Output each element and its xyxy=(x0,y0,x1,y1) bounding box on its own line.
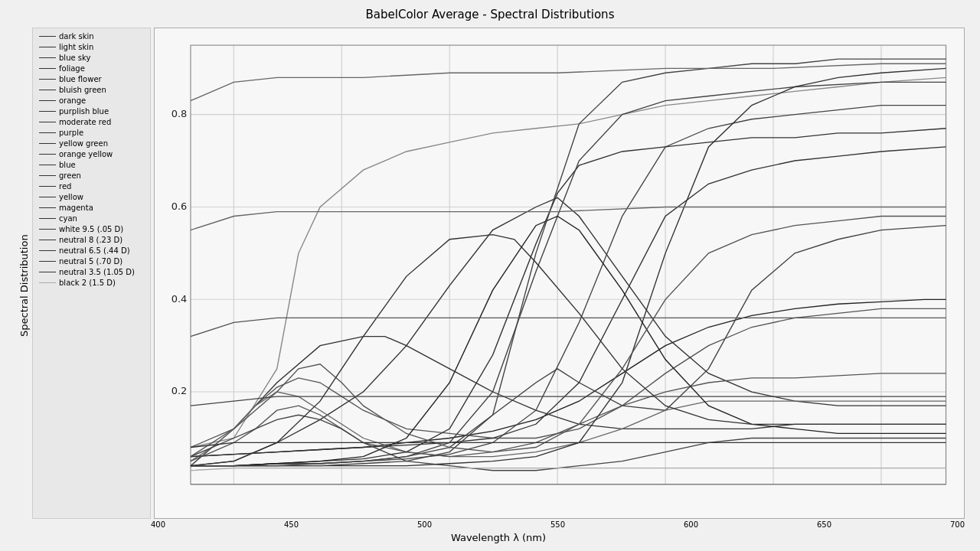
chart-container: BabelColor Average - Spectral Distributi… xyxy=(0,0,980,551)
legend-item: blue sky xyxy=(39,53,144,63)
x-tick-label: 700 xyxy=(950,520,965,529)
legend-label: cyan xyxy=(59,214,77,223)
x-tick-label: 550 xyxy=(550,520,565,529)
x-tick-label: 450 xyxy=(284,520,299,529)
svg-text:0.8: 0.8 xyxy=(172,108,188,119)
x-axis-area: 400450500550600650700 Wavelength λ (nm) xyxy=(32,519,965,543)
legend-label: yellow xyxy=(59,192,83,202)
legend-line-icon xyxy=(39,68,56,70)
legend-item: blue xyxy=(39,160,144,170)
legend-label: green xyxy=(59,171,81,181)
legend-line-icon xyxy=(39,282,56,284)
legend-label: purple xyxy=(59,128,83,138)
legend-label: light skin xyxy=(59,42,93,52)
chart-area: dark skinlight skinblue skyfoliageblue f… xyxy=(32,28,965,543)
legend-item: blue flower xyxy=(39,74,144,84)
svg-text:0.2: 0.2 xyxy=(172,386,188,397)
legend-label: white 9.5 (.05 D) xyxy=(59,224,123,234)
legend-line-icon xyxy=(39,186,56,187)
legend-label: yellow green xyxy=(59,139,108,148)
legend-item: black 2 (1.5 D) xyxy=(39,278,144,288)
svg-text:0.4: 0.4 xyxy=(172,293,188,305)
legend-item: bluish green xyxy=(39,85,144,95)
legend-line-icon xyxy=(39,132,56,134)
legend-item: yellow xyxy=(39,192,144,202)
legend-line-icon xyxy=(39,240,56,241)
legend: dark skinlight skinblue skyfoliageblue f… xyxy=(32,28,151,519)
legend-label: foliage xyxy=(59,64,85,73)
legend-item: white 9.5 (.05 D) xyxy=(39,224,144,234)
legend-label: blue flower xyxy=(59,74,102,84)
x-tick-label: 500 xyxy=(417,520,432,529)
y-axis-label: Spectral Distribution xyxy=(15,28,32,543)
legend-line-icon xyxy=(39,229,56,230)
legend-line-icon xyxy=(39,250,56,252)
legend-line-icon xyxy=(39,272,56,273)
legend-line-icon xyxy=(39,197,56,198)
legend-line-icon xyxy=(39,100,56,102)
legend-line-icon xyxy=(39,111,56,112)
legend-label: purplish blue xyxy=(59,106,109,116)
legend-label: black 2 (1.5 D) xyxy=(59,278,116,288)
svg-text:0.6: 0.6 xyxy=(172,201,188,212)
legend-line-icon xyxy=(39,207,56,209)
chart-body: Spectral Distribution dark skinlight ski… xyxy=(15,28,965,543)
legend-label: blue xyxy=(59,160,76,170)
legend-line-icon xyxy=(39,218,56,220)
spectral-chart: 0.20.40.60.8 xyxy=(155,28,964,518)
legend-label: red xyxy=(59,181,71,191)
legend-line-icon xyxy=(39,143,56,145)
legend-label: blue sky xyxy=(59,53,90,63)
legend-item: neutral 5 (.70 D) xyxy=(39,256,144,266)
legend-label: orange yellow xyxy=(59,149,113,159)
legend-line-icon xyxy=(39,90,56,91)
legend-line-icon xyxy=(39,175,56,177)
legend-item: neutral 3.5 (1.05 D) xyxy=(39,267,144,277)
x-ticks: 400450500550600650700 xyxy=(32,519,965,529)
legend-label: moderate red xyxy=(59,117,111,127)
legend-label: bluish green xyxy=(59,85,106,95)
legend-item: light skin xyxy=(39,42,144,52)
legend-label: orange xyxy=(59,96,86,106)
legend-item: purplish blue xyxy=(39,106,144,116)
legend-item: green xyxy=(39,171,144,181)
legend-label: neutral 6.5 (.44 D) xyxy=(59,246,130,256)
legend-line-icon xyxy=(39,122,56,123)
legend-item: yellow green xyxy=(39,139,144,148)
legend-item: neutral 8 (.23 D) xyxy=(39,235,144,245)
legend-item: magenta xyxy=(39,203,144,213)
legend-label: neutral 8 (.23 D) xyxy=(59,235,122,245)
legend-item: foliage xyxy=(39,64,144,73)
legend-item: moderate red xyxy=(39,117,144,127)
x-tick-label: 600 xyxy=(684,520,698,529)
plot-wrapper: 0.20.40.60.8 xyxy=(154,28,965,519)
legend-line-icon xyxy=(39,36,56,37)
plot-and-legend: dark skinlight skinblue skyfoliageblue f… xyxy=(32,28,965,519)
legend-line-icon xyxy=(39,47,56,48)
legend-item: cyan xyxy=(39,214,144,223)
legend-line-icon xyxy=(39,165,56,166)
x-tick-label: 650 xyxy=(817,520,831,529)
chart-title: BabelColor Average - Spectral Distributi… xyxy=(366,8,615,21)
legend-label: neutral 3.5 (1.05 D) xyxy=(59,267,135,277)
legend-item: orange yellow xyxy=(39,149,144,159)
legend-line-icon xyxy=(39,261,56,262)
x-tick-label: 400 xyxy=(151,520,165,529)
legend-label: neutral 5 (.70 D) xyxy=(59,256,122,266)
legend-item: purple xyxy=(39,128,144,138)
legend-label: magenta xyxy=(59,203,93,213)
legend-line-icon xyxy=(39,57,56,59)
x-axis-label: Wavelength λ (nm) xyxy=(451,532,546,543)
legend-item: orange xyxy=(39,96,144,106)
legend-line-icon xyxy=(39,154,56,155)
legend-line-icon xyxy=(39,79,56,80)
svg-rect-0 xyxy=(191,45,946,484)
legend-item: red xyxy=(39,181,144,191)
legend-label: dark skin xyxy=(59,31,94,41)
legend-item: neutral 6.5 (.44 D) xyxy=(39,246,144,256)
legend-item: dark skin xyxy=(39,31,144,41)
